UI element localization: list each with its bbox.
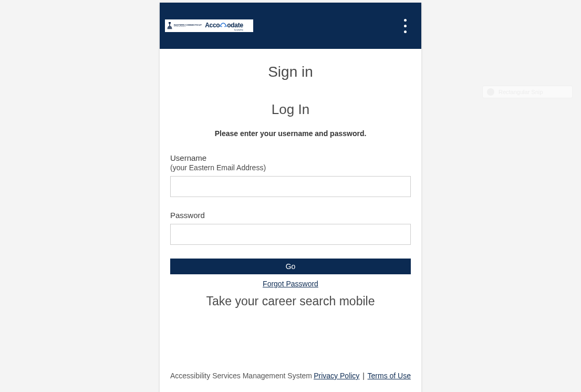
university-crest-icon bbox=[167, 22, 172, 30]
privacy-policy-link[interactable]: Privacy Policy bbox=[314, 372, 359, 380]
username-label: Username bbox=[170, 153, 411, 162]
snip-icon bbox=[487, 88, 494, 96]
footer-separator: | bbox=[362, 372, 365, 380]
username-field-block: Username (your Eastern Email Address) bbox=[170, 153, 411, 197]
snip-toolbar: Rectangular Snip bbox=[482, 86, 573, 98]
login-card: EASTERN CONNECTICUT STATE UNIVERSITY Acc… bbox=[160, 3, 421, 392]
footer: Accessibility Services Management System… bbox=[160, 372, 421, 392]
username-input[interactable] bbox=[170, 176, 411, 197]
forgot-password-link[interactable]: Forgot Password bbox=[170, 280, 411, 288]
password-label: Password bbox=[170, 211, 411, 220]
password-input[interactable] bbox=[170, 224, 411, 245]
footer-links: Privacy Policy | Terms of Use bbox=[314, 372, 411, 380]
logo-product-sub: by symplicity bbox=[234, 29, 243, 31]
terms-of-use-link[interactable]: Terms of Use bbox=[368, 372, 411, 380]
go-button[interactable]: Go bbox=[170, 259, 411, 274]
logo-university: EASTERN CONNECTICUT STATE UNIVERSITY bbox=[167, 22, 202, 30]
logo-product-accent bbox=[220, 22, 227, 29]
instruction-text: Please enter your username and password. bbox=[170, 129, 411, 138]
content-area: Sign in Log In Please enter your usernam… bbox=[160, 49, 421, 324]
svg-rect-0 bbox=[169, 22, 171, 24]
svg-point-5 bbox=[221, 26, 222, 27]
svg-rect-3 bbox=[168, 27, 172, 28]
svg-rect-2 bbox=[168, 26, 171, 27]
svg-rect-1 bbox=[169, 24, 170, 26]
mobile-promo-heading: Take your career search mobile bbox=[170, 294, 411, 308]
menu-kebab-icon[interactable] bbox=[400, 15, 411, 37]
logo-product: Accoodate by symplicity bbox=[205, 22, 243, 29]
footer-system-name: Accessibility Services Management System bbox=[170, 372, 312, 380]
snip-label: Rectangular Snip bbox=[499, 89, 543, 95]
section-title: Log In bbox=[170, 101, 411, 118]
logo-university-sub: STATE UNIVERSITY bbox=[174, 26, 202, 28]
password-field-block: Password bbox=[170, 211, 411, 245]
svg-rect-4 bbox=[168, 28, 172, 29]
top-bar: EASTERN CONNECTICUT STATE UNIVERSITY Acc… bbox=[160, 3, 421, 49]
logo: EASTERN CONNECTICUT STATE UNIVERSITY Acc… bbox=[165, 19, 253, 32]
page-title: Sign in bbox=[170, 64, 411, 80]
username-sublabel: (your Eastern Email Address) bbox=[170, 163, 411, 172]
svg-point-6 bbox=[224, 26, 225, 27]
